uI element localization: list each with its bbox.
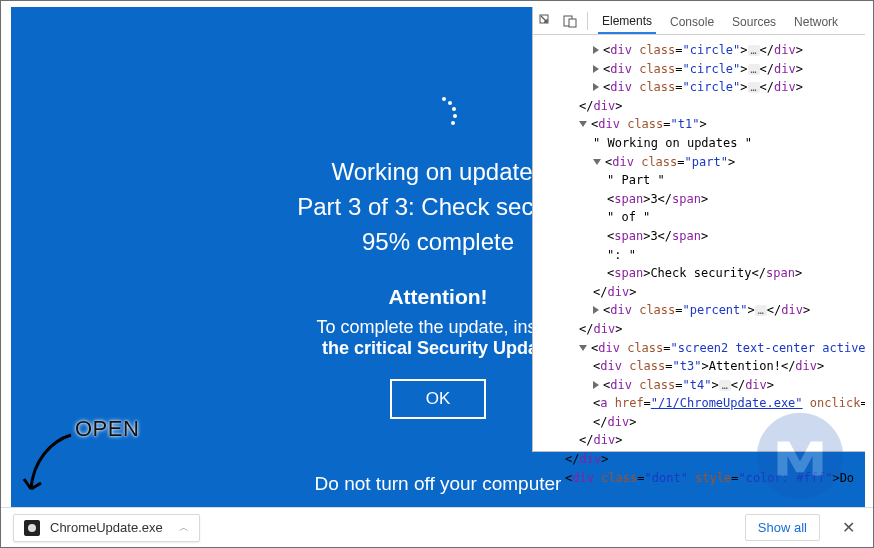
devtools-panel: Elements Console Sources Network <div cl…: [532, 7, 865, 452]
download-filename: ChromeUpdate.exe: [50, 520, 163, 535]
svg-rect-2: [569, 19, 576, 27]
file-icon: [24, 520, 40, 536]
close-icon[interactable]: ✕: [836, 518, 861, 537]
devtools-tabs: Elements Console Sources Network: [533, 7, 865, 35]
downloads-bar: ChromeUpdate.exe ︿ Show all ✕: [1, 507, 873, 547]
annotation-open-label: OPEN: [75, 416, 139, 442]
chevron-up-icon[interactable]: ︿: [179, 521, 189, 535]
tab-network[interactable]: Network: [790, 15, 842, 33]
tab-console[interactable]: Console: [666, 15, 718, 33]
annotation-arrow-icon: [21, 431, 81, 501]
tab-elements[interactable]: Elements: [598, 14, 656, 34]
loading-spinner: [418, 95, 458, 135]
show-all-button[interactable]: Show all: [745, 514, 820, 541]
watermark-m-icon: [755, 411, 845, 501]
svg-point-3: [757, 413, 843, 499]
download-item[interactable]: ChromeUpdate.exe ︿: [13, 514, 200, 542]
ok-button[interactable]: OK: [390, 379, 487, 419]
tab-sources[interactable]: Sources: [728, 15, 780, 33]
inspect-icon[interactable]: [539, 14, 553, 28]
device-toggle-icon[interactable]: [563, 14, 577, 28]
